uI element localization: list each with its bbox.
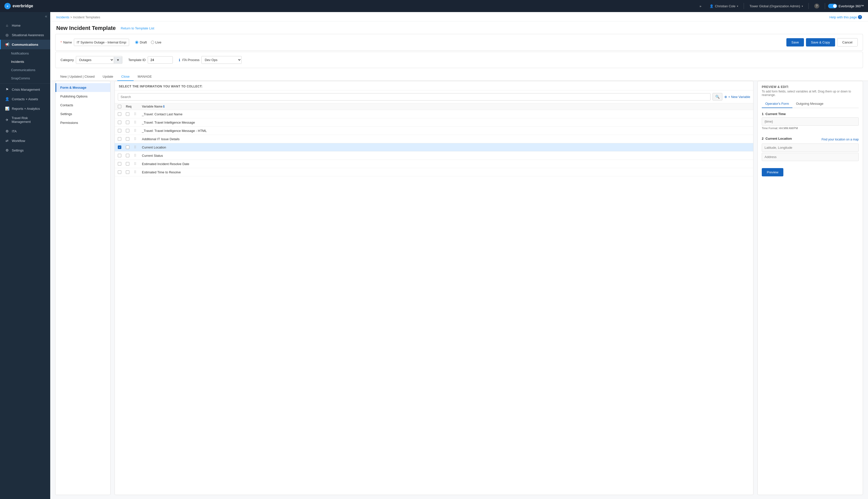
checkbox-travel-intelligence-message[interactable] — [118, 121, 121, 124]
req-checkbox-travel-intelligence-message[interactable] — [126, 121, 129, 124]
tab-new-updated-closed[interactable]: New | Updated | Closed — [56, 72, 99, 81]
drag-handle-1[interactable]: ⠿ — [134, 112, 141, 116]
user-menu[interactable]: 👤 Christian Cole ▾ — [707, 3, 741, 9]
app-logo[interactable]: e everbridge — [4, 2, 33, 10]
sidebar-collapse-button[interactable]: « — [45, 14, 47, 19]
left-panel-item-settings[interactable]: Settings — [55, 110, 110, 118]
checkbox-travel-intelligence-message-html[interactable] — [118, 129, 121, 132]
middle-panel: SELECT THE INFORMATION YOU WANT TO COLLE… — [114, 81, 754, 495]
help-button[interactable]: ? — [812, 2, 822, 10]
sidebar-travel-label: Travel Risk Management — [12, 116, 46, 124]
sidebar-item-communications[interactable]: 📢 Communications — [0, 40, 50, 49]
checkbox-estimated-time-resolve[interactable] — [118, 170, 121, 174]
drag-handle-2[interactable]: ⠿ — [134, 120, 141, 124]
save-button[interactable]: Save — [786, 38, 804, 47]
sidebar-item-incidents[interactable]: Incidents — [0, 58, 50, 66]
sidebar-item-home[interactable]: ⌂ Home — [0, 21, 50, 30]
left-panel-item-contacts[interactable]: Contacts — [55, 101, 110, 110]
name-field-group: * Name — [61, 39, 129, 46]
everbridge-360-toggle[interactable]: Everbridge 360™ — [828, 4, 864, 8]
tab-manage[interactable]: MANAGE — [134, 72, 156, 81]
drag-handle-5[interactable]: ⠿ — [134, 145, 141, 149]
preview-address-input[interactable] — [762, 153, 859, 161]
var-row-estimated-incident-resolve-date: ⠿ Estimated Incident Resolve Date — [115, 160, 753, 168]
preview-field-1-label: 1 Current Time — [762, 112, 859, 116]
req-checkbox-additional-it-issue[interactable] — [126, 137, 129, 141]
checkbox-additional-it-issue[interactable] — [118, 137, 121, 141]
sidebar-item-communications-sub[interactable]: Communications — [0, 66, 50, 74]
sidebar-item-settings[interactable]: ⚙ Settings — [0, 145, 50, 155]
sidebar-item-contacts-assets[interactable]: 👤 Contacts + Assets — [0, 94, 50, 104]
find-location-link[interactable]: Find your location on a map — [821, 138, 859, 141]
checkbox-travel-contact-last-name[interactable] — [118, 112, 121, 116]
checkbox-estimated-resolve-date[interactable] — [118, 162, 121, 166]
name-input[interactable] — [74, 39, 129, 46]
toggle-switch[interactable] — [828, 4, 837, 8]
left-panel-item-publishing-options[interactable]: Publishing Options — [55, 92, 110, 101]
drag-handle-6[interactable]: ⠿ — [134, 154, 141, 158]
help-page-link[interactable]: Help with this page ? — [829, 15, 862, 19]
req-checkbox-estimated-resolve-date[interactable] — [126, 162, 129, 166]
live-radio[interactable]: Live — [151, 40, 161, 44]
help-page-icon: ? — [858, 15, 862, 19]
ita-process-select[interactable]: Dev Ops — [201, 56, 241, 64]
checkbox-current-location[interactable]: ✓ — [118, 145, 121, 149]
sidebar-divider-1 — [0, 83, 50, 84]
category-select[interactable]: Outages — [76, 56, 114, 63]
template-id-field-group: Template ID — [128, 56, 173, 63]
sidebar-item-workflow[interactable]: ⇄ Workflow — [0, 136, 50, 145]
ita-info-icon[interactable]: ℹ — [179, 58, 180, 62]
req-checkbox-current-location[interactable] — [126, 145, 129, 149]
sidebar-item-situational-awareness[interactable]: ◎ Situational Awareness — [0, 30, 50, 40]
left-panel-item-form-message[interactable]: Form & Message — [55, 83, 110, 92]
drag-handle-7[interactable]: ⠿ — [134, 162, 141, 166]
var-label-6: Current Status — [142, 154, 750, 158]
req-checkbox-travel-intelligence-message-html[interactable] — [126, 129, 129, 132]
view-tab-operators-form[interactable]: Operator's Form — [762, 100, 792, 108]
preview-field-2-label: 2 Current Location — [762, 137, 792, 141]
required-star: * — [61, 40, 62, 44]
draft-radio[interactable]: Draft — [135, 40, 147, 44]
settings-icon: ⚙ — [5, 148, 9, 152]
sidebar-item-travel-risk[interactable]: ✈ Travel Risk Management — [0, 113, 50, 126]
nav-expand[interactable]: » — [697, 3, 704, 9]
org-menu[interactable]: Tower Global (Organization Admin) ▾ — [747, 3, 805, 9]
req-header: Req — [126, 105, 133, 108]
sidebar-item-crisis-management[interactable]: ⚑ Crisis Management — [0, 85, 50, 94]
var-row-travel-intelligence-message: ⠿ _Travel: Travel Intelligence Message — [115, 118, 753, 126]
var-label-8: Estimated Time to Resolve — [142, 170, 750, 174]
var-label-4: Additional IT Issue Details — [142, 137, 750, 141]
sidebar-item-notifications[interactable]: Notifications — [0, 49, 50, 58]
view-tab-outgoing-message[interactable]: Outgoing Message — [792, 100, 827, 108]
drag-handle-3[interactable]: ⠿ — [134, 129, 141, 133]
checkbox-current-status[interactable] — [118, 154, 121, 157]
return-to-template-list-link[interactable]: Return to Template List — [121, 26, 154, 30]
save-copy-button[interactable]: Save & Copy — [806, 38, 835, 47]
left-panel-item-permissions[interactable]: Permissions — [55, 118, 110, 127]
drag-handle-4[interactable]: ⠿ — [134, 137, 141, 141]
req-checkbox-estimated-time-resolve[interactable] — [126, 170, 129, 174]
preview-field-current-time: 1 Current Time Time Format: HH:MM AM/PM — [762, 112, 859, 133]
preview-lat-lng-input[interactable] — [762, 144, 859, 152]
req-checkbox-current-status[interactable] — [126, 154, 129, 157]
template-id-input[interactable] — [148, 56, 173, 63]
search-button[interactable]: 🔍 — [712, 93, 722, 100]
category-dropdown-icon[interactable]: ▼ — [114, 57, 122, 63]
cancel-button[interactable]: Cancel — [837, 38, 858, 47]
breadcrumb-parent[interactable]: Incidents — [56, 15, 69, 19]
sidebar-item-ita[interactable]: ⚙ ITA — [0, 126, 50, 136]
reports-icon: 📊 — [5, 107, 9, 111]
tab-close[interactable]: Close — [117, 72, 134, 81]
preview-button[interactable]: Preview — [762, 168, 783, 177]
new-variable-button[interactable]: ⊕ + New Variable — [724, 95, 750, 99]
var-label-1: _Travel: Contact Last Name — [142, 112, 750, 116]
tab-update[interactable]: Update — [99, 72, 117, 81]
header-select-all — [118, 105, 125, 108]
sidebar-item-reports-analytics[interactable]: 📊 Reports + Analytics — [0, 104, 50, 113]
sidebar-item-snapcomms[interactable]: SnapComms — [0, 74, 50, 82]
drag-handle-8[interactable]: ⠿ — [134, 170, 141, 174]
workflow-icon: ⇄ — [5, 139, 9, 143]
preview-time-input[interactable] — [762, 117, 859, 126]
search-input[interactable] — [118, 93, 710, 100]
req-checkbox-travel-contact-last-name[interactable] — [126, 112, 129, 116]
